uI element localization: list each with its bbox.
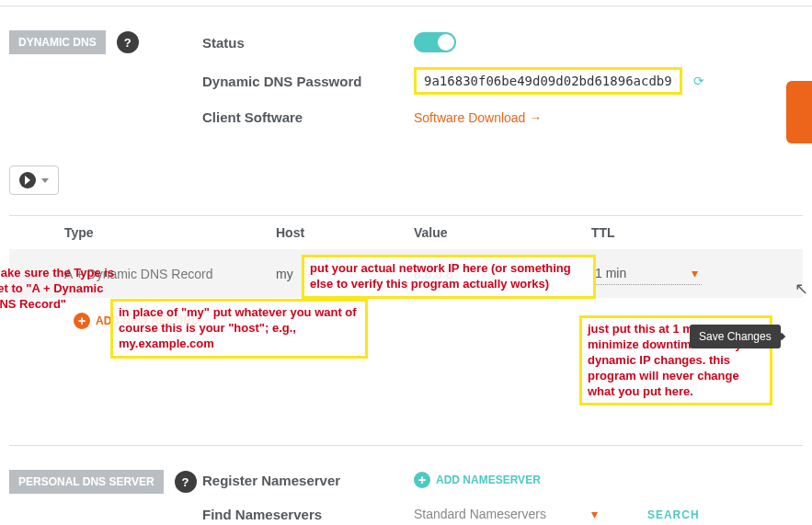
col-ttl: TTL bbox=[591, 225, 748, 240]
nameservers-select[interactable]: Standard Nameservers ▾ bbox=[414, 503, 598, 525]
annotation-host: in place of "my" put whatever you want o… bbox=[110, 299, 368, 359]
help-icon[interactable]: ? bbox=[117, 31, 139, 53]
col-type: Type bbox=[64, 225, 276, 240]
find-nameservers-label: Find Nameservers bbox=[202, 507, 414, 522]
ttl-select[interactable]: 1 min ▾ bbox=[591, 262, 702, 285]
play-dropdown-button[interactable] bbox=[9, 165, 59, 195]
dynamic-dns-section: DYNAMIC DNS ? Status Dynamic DNS Passwor… bbox=[0, 6, 812, 160]
annotation-value: put your actual network IP here (or some… bbox=[302, 255, 596, 299]
plus-icon: + bbox=[74, 313, 90, 329]
cursor-icon: ↖ bbox=[795, 279, 808, 299]
table-header: Type Host Value TTL bbox=[9, 216, 803, 249]
register-nameserver-label: Register Nameserver bbox=[202, 473, 414, 488]
status-toggle[interactable] bbox=[414, 32, 456, 52]
annotation-type: Make sure the Type is set to "A + Dynami… bbox=[0, 266, 115, 313]
ttl-value: 1 min bbox=[595, 266, 626, 280]
personal-dns-section: PERSONAL DNS SERVER ? Register Nameserve… bbox=[0, 446, 812, 525]
plus-icon: + bbox=[414, 472, 430, 488]
personal-dns-badge: PERSONAL DNS SERVER bbox=[9, 470, 164, 494]
col-value: Value bbox=[414, 225, 591, 240]
side-tab[interactable] bbox=[786, 81, 812, 143]
dynamic-dns-badge: DYNAMIC DNS bbox=[9, 30, 106, 54]
search-button[interactable]: SEARCH bbox=[647, 508, 700, 521]
status-label: Status bbox=[202, 35, 414, 51]
refresh-icon[interactable]: ⟳ bbox=[693, 74, 704, 88]
col-host: Host bbox=[276, 225, 414, 240]
password-value: 9a16830f06be49d09d02bd61896acdb9 bbox=[414, 67, 682, 95]
play-icon bbox=[19, 172, 36, 188]
client-software-label: Client Software bbox=[202, 109, 414, 125]
help-icon[interactable]: ? bbox=[175, 471, 197, 493]
chevron-down-icon bbox=[41, 178, 49, 183]
software-download-link[interactable]: Software Download → bbox=[414, 110, 542, 125]
add-nameserver-button[interactable]: + ADD NAMESERVER bbox=[414, 472, 541, 488]
records-table: Type Host Value TTL A + Dynamic DNS Reco… bbox=[0, 216, 812, 344]
password-label: Dynamic DNS Password bbox=[202, 74, 414, 89]
save-changes-tooltip: Save Changes bbox=[690, 325, 781, 348]
